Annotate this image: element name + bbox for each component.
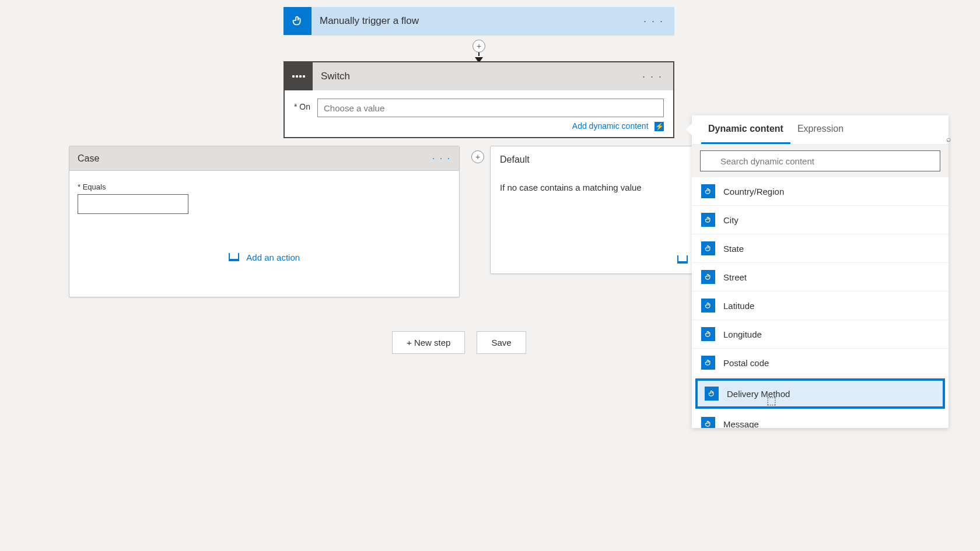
- dynamic-content-item-label: Longitude: [723, 329, 762, 339]
- dynamic-content-item[interactable]: State: [692, 234, 949, 263]
- dynamic-content-item-label: Country/Region: [723, 187, 784, 196]
- dynamic-content-item-label: City: [723, 215, 738, 225]
- search-icon: ⌕: [946, 134, 951, 143]
- equals-label: Equals: [78, 183, 106, 191]
- bottom-buttons: + New step Save: [392, 331, 526, 354]
- switch-header[interactable]: Switch · · ·: [285, 62, 673, 90]
- dynamic-content-item[interactable]: Country/Region: [692, 177, 949, 206]
- touch-icon: [701, 327, 715, 341]
- case-title: Case: [78, 153, 99, 164]
- case-more-icon[interactable]: · · ·: [432, 153, 451, 164]
- case-add-action-link[interactable]: Add an action: [246, 252, 300, 262]
- on-label: On: [294, 99, 310, 111]
- touch-icon: [701, 184, 715, 198]
- tab-expression[interactable]: Expression: [790, 115, 850, 144]
- touch-icon: [701, 213, 715, 227]
- dynamic-content-search-input[interactable]: [700, 150, 940, 171]
- dynamic-content-panel: Dynamic content Expression ⌕ Country/Reg…: [692, 115, 949, 428]
- dynamic-content-item-label: Postal code: [723, 358, 769, 368]
- dynamic-content-item[interactable]: Postal code: [692, 349, 949, 377]
- connector-arrow: +: [473, 40, 485, 63]
- add-step-icon[interactable]: +: [473, 40, 485, 52]
- dynamic-content-item-label: State: [723, 244, 744, 254]
- switch-icon: [285, 62, 313, 90]
- trigger-title: Manually trigger a flow: [320, 15, 419, 27]
- touch-icon: [705, 387, 719, 401]
- switch-more-icon[interactable]: · · ·: [642, 71, 663, 83]
- switch-card: Switch · · · On Add dynamic content ⚡: [284, 61, 674, 138]
- add-case-icon[interactable]: +: [471, 150, 484, 163]
- dynamic-content-item[interactable]: Street: [692, 263, 949, 292]
- case-header[interactable]: Case · · ·: [69, 146, 459, 171]
- dynamic-content-list[interactable]: Country/RegionCityStateStreetLatitudeLon…: [692, 177, 949, 428]
- trigger-card[interactable]: Manually trigger a flow · · ·: [284, 7, 674, 35]
- touch-icon: [701, 356, 715, 370]
- add-action-icon: [229, 253, 239, 261]
- touch-icon: [701, 417, 715, 428]
- touch-icon: [701, 270, 715, 284]
- switch-title: Switch: [321, 71, 350, 82]
- on-value-input[interactable]: [317, 99, 664, 117]
- tab-dynamic-content[interactable]: Dynamic content: [701, 115, 790, 144]
- dynamic-content-item-label: Latitude: [723, 301, 754, 311]
- add-case-connector: +: [471, 150, 484, 163]
- add-dynamic-content-badge-icon[interactable]: ⚡: [654, 122, 664, 131]
- touch-icon: [284, 7, 312, 35]
- dynamic-content-item[interactable]: Latitude: [692, 292, 949, 320]
- case-card: Case · · · Equals Add an action: [69, 146, 460, 297]
- equals-input[interactable]: [78, 194, 188, 214]
- touch-icon: [701, 299, 715, 313]
- dynamic-content-item-label: Delivery Method: [727, 389, 790, 399]
- dynamic-content-item[interactable]: City: [692, 206, 949, 234]
- trigger-more-icon[interactable]: · · ·: [643, 15, 664, 27]
- dynamic-content-item-label: Street: [723, 272, 747, 282]
- add-dynamic-content-link[interactable]: Add dynamic content: [572, 121, 649, 131]
- dynamic-content-item-label: Message: [723, 419, 759, 429]
- dynamic-content-item[interactable]: Message: [692, 410, 949, 428]
- new-step-button[interactable]: + New step: [392, 331, 465, 354]
- touch-icon: [701, 241, 715, 255]
- dynamic-content-item[interactable]: Delivery Method: [695, 378, 945, 409]
- add-action-icon: [677, 255, 688, 264]
- dynamic-content-item[interactable]: Longitude: [692, 320, 949, 349]
- save-button[interactable]: Save: [477, 331, 526, 354]
